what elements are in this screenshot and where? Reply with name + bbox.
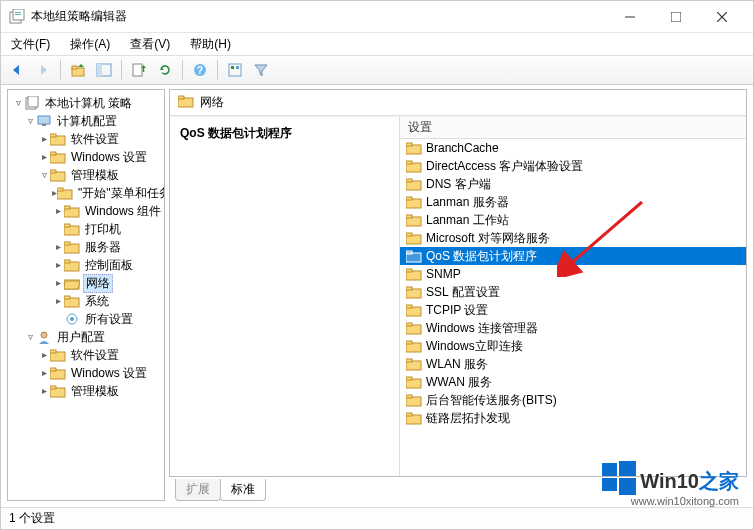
svg-rect-29 <box>57 188 63 191</box>
svg-rect-25 <box>50 152 56 155</box>
tree-control-panel[interactable]: ▸ 控制面板 <box>10 256 164 274</box>
list-item-label: WWAN 服务 <box>426 374 492 391</box>
tree-root[interactable]: ▿ 本地计算机 策略 <box>10 94 164 112</box>
chevron-down-icon[interactable]: ▿ <box>24 116 36 126</box>
folder-icon <box>64 240 80 254</box>
minimize-button[interactable] <box>607 2 653 32</box>
tree-admin-templates[interactable]: ▿ 管理模板 <box>10 166 164 184</box>
tree-label: 用户配置 <box>55 329 107 346</box>
list-item-label: TCPIP 设置 <box>426 302 488 319</box>
tree-servers[interactable]: ▸ 服务器 <box>10 238 164 256</box>
list-item-label: 链路层拓扑发现 <box>426 410 510 427</box>
svg-rect-9 <box>72 66 77 69</box>
list-item[interactable]: Windows 连接管理器 <box>400 319 746 337</box>
chevron-right-icon[interactable]: ▸ <box>38 152 50 162</box>
main-area: ▿ 本地计算机 策略 ▿ 计算机配置 ▸ 软件设置 ▸ Windows 设置 ▿ <box>1 85 753 505</box>
export-button[interactable] <box>127 58 151 82</box>
chevron-right-icon[interactable]: ▸ <box>38 386 50 396</box>
tab-standard[interactable]: 标准 <box>220 479 266 501</box>
refresh-button[interactable] <box>153 58 177 82</box>
list-item-label: WLAN 服务 <box>426 356 488 373</box>
tree-u-windows[interactable]: ▸ Windows 设置 <box>10 364 164 382</box>
svg-rect-40 <box>64 296 70 299</box>
list-item-label: Lanman 工作站 <box>426 212 509 229</box>
folder-icon <box>50 384 66 398</box>
chevron-right-icon[interactable]: ▸ <box>38 350 50 360</box>
folder-icon <box>406 141 422 155</box>
list-item[interactable]: Lanman 服务器 <box>400 193 746 211</box>
list-item[interactable]: 链路层拓扑发现 <box>400 409 746 427</box>
properties-button[interactable] <box>223 58 247 82</box>
list-item[interactable]: SSL 配置设置 <box>400 283 746 301</box>
folder-icon <box>406 285 422 299</box>
up-button[interactable] <box>66 58 90 82</box>
menu-view[interactable]: 查看(V) <box>126 34 174 55</box>
list-item[interactable]: Microsoft 对等网络服务 <box>400 229 746 247</box>
forward-button[interactable] <box>31 58 55 82</box>
tree-computer-config[interactable]: ▿ 计算机配置 <box>10 112 164 130</box>
menu-help[interactable]: 帮助(H) <box>186 34 235 55</box>
back-button[interactable] <box>5 58 29 82</box>
chevron-right-icon[interactable]: ▸ <box>52 206 64 216</box>
tree-all-settings[interactable]: 所有设置 <box>10 310 164 328</box>
folder-icon <box>406 375 422 389</box>
chevron-right-icon[interactable]: ▸ <box>38 134 50 144</box>
tree-system[interactable]: ▸ 系统 <box>10 292 164 310</box>
tree-label: 所有设置 <box>83 311 135 328</box>
list-item[interactable]: 后台智能传送服务(BITS) <box>400 391 746 409</box>
svg-point-42 <box>70 317 74 321</box>
tree-u-software[interactable]: ▸ 软件设置 <box>10 346 164 364</box>
tree-windows-settings[interactable]: ▸ Windows 设置 <box>10 148 164 166</box>
svg-rect-2 <box>15 12 21 13</box>
list-item[interactable]: QoS 数据包计划程序 <box>400 247 746 265</box>
tree-software-settings[interactable]: ▸ 软件设置 <box>10 130 164 148</box>
chevron-right-icon[interactable]: ▸ <box>52 296 64 306</box>
svg-rect-83 <box>406 413 412 416</box>
chevron-right-icon[interactable]: ▸ <box>52 242 64 252</box>
list-column-header[interactable]: 设置 <box>400 117 746 139</box>
list-item-label: Windows 连接管理器 <box>426 320 538 337</box>
help-button[interactable]: ? <box>188 58 212 82</box>
tree-u-admin[interactable]: ▸ 管理模板 <box>10 382 164 400</box>
list-item[interactable]: Lanman 工作站 <box>400 211 746 229</box>
chevron-right-icon[interactable]: ▸ <box>52 260 64 270</box>
menu-file[interactable]: 文件(F) <box>7 34 54 55</box>
tree-windows-components[interactable]: ▸ Windows 组件 <box>10 202 164 220</box>
folder-icon <box>406 267 422 281</box>
list-item[interactable]: TCPIP 设置 <box>400 301 746 319</box>
chevron-down-icon[interactable]: ▿ <box>24 332 36 342</box>
chevron-down-icon[interactable]: ▿ <box>12 98 24 108</box>
tabs-bottom: 扩展 标准 <box>169 477 747 501</box>
svg-rect-35 <box>64 242 70 245</box>
svg-rect-20 <box>38 116 50 124</box>
chevron-right-icon[interactable]: ▸ <box>38 368 50 378</box>
list-item[interactable]: DirectAccess 客户端体验设置 <box>400 157 746 175</box>
list-item[interactable]: WLAN 服务 <box>400 355 746 373</box>
list-item[interactable]: WWAN 服务 <box>400 373 746 391</box>
svg-rect-49 <box>50 386 56 389</box>
list-item[interactable]: DNS 客户端 <box>400 175 746 193</box>
maximize-button[interactable] <box>653 2 699 32</box>
tree-network[interactable]: ▸ 网络 <box>10 274 164 292</box>
list-body[interactable]: BranchCacheDirectAccess 客户端体验设置DNS 客户端La… <box>400 139 746 476</box>
tab-extended[interactable]: 扩展 <box>175 479 221 501</box>
filter-button[interactable] <box>249 58 273 82</box>
close-button[interactable] <box>699 2 745 32</box>
tree-start-menu[interactable]: ▸ "开始"菜单和任务栏 <box>10 184 164 202</box>
svg-rect-73 <box>406 323 412 326</box>
tree-label: 管理模板 <box>69 383 121 400</box>
show-hide-tree-button[interactable] <box>92 58 116 82</box>
tree-label: 网络 <box>83 274 113 293</box>
tree-pane[interactable]: ▿ 本地计算机 策略 ▿ 计算机配置 ▸ 软件设置 ▸ Windows 设置 ▿ <box>7 89 165 501</box>
chevron-right-icon[interactable]: ▸ <box>52 278 64 288</box>
list-item[interactable]: SNMP <box>400 265 746 283</box>
tree-user-config[interactable]: ▿ 用户配置 <box>10 328 164 346</box>
tree-printers[interactable]: 打印机 <box>10 220 164 238</box>
list-item[interactable]: BranchCache <box>400 139 746 157</box>
list-item[interactable]: Windows立即连接 <box>400 337 746 355</box>
folder-icon <box>406 357 422 371</box>
folder-icon <box>64 258 80 272</box>
list-item-label: 后台智能传送服务(BITS) <box>426 392 557 409</box>
menu-action[interactable]: 操作(A) <box>66 34 114 55</box>
chevron-down-icon[interactable]: ▿ <box>38 170 50 180</box>
